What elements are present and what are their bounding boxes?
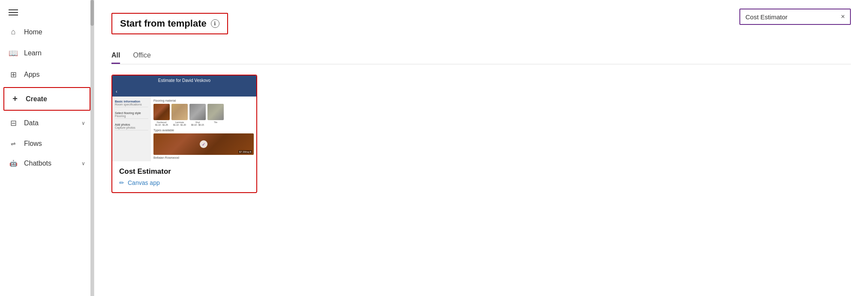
card-type-label: Canvas app bbox=[128, 179, 160, 186]
app-preview-nav: ‹ bbox=[112, 85, 256, 97]
app-preview-sidebar: Basic informationRoom specifications Sel… bbox=[112, 97, 151, 161]
flooring-row: Hardwood $1.10 - $1.25 Laminate $1.10 - … bbox=[153, 104, 254, 126]
flooring-laminate: Laminate $1.10 - $1.20 bbox=[171, 104, 188, 126]
table-icon: ⊟ bbox=[9, 118, 18, 128]
back-arrow-icon: ‹ bbox=[116, 89, 117, 94]
main-content: × Start from template ℹ All Office Estim… bbox=[94, 0, 868, 296]
app-preview-header: Estimate for David Veskovo bbox=[112, 76, 256, 85]
sidebar-item-basic: Basic informationRoom specifications bbox=[115, 99, 148, 107]
card-info: Cost Estimator ✏ Canvas app bbox=[112, 161, 256, 192]
book-icon: 📖 bbox=[9, 48, 18, 58]
tile-tile bbox=[207, 104, 224, 120]
cards-grid: Estimate for David Veskovo ‹ Basic infor… bbox=[111, 75, 851, 193]
card-title: Cost Estimator bbox=[119, 167, 249, 176]
flooring-tile: Tile bbox=[207, 104, 224, 126]
sidebar-item-learn[interactable]: 📖 Learn bbox=[0, 42, 94, 64]
sidebar-scrollbar[interactable] bbox=[90, 0, 94, 296]
types-available-label: Types available bbox=[153, 129, 254, 132]
sidebar-item-apps[interactable]: ⊞ Apps bbox=[0, 64, 94, 85]
checkmark-icon: ✓ bbox=[200, 140, 207, 148]
sidebar-item-data[interactable]: ⊟ Data ∨ bbox=[0, 112, 94, 134]
flooring-hardwood: Hardwood $1.10 - $1.25 bbox=[153, 104, 170, 126]
chevron-down-icon-chatbots: ∨ bbox=[81, 160, 85, 166]
search-clear-button[interactable]: × bbox=[841, 13, 845, 21]
app-preview-title: Estimate for David Veskovo bbox=[158, 78, 210, 83]
template-tabs: All Office bbox=[111, 51, 851, 64]
laminate-tile bbox=[171, 104, 188, 120]
sidebar-label-chatbots: Chatbots bbox=[24, 160, 51, 167]
sidebar-label-create: Create bbox=[26, 95, 47, 103]
flooring-rosewood-label: Bellaian Rosewood bbox=[153, 156, 254, 159]
template-card-cost-estimator[interactable]: Estimate for David Veskovo ‹ Basic infor… bbox=[111, 75, 257, 193]
flooring-vinyl: Vinyl $0.10 - $0.15 bbox=[189, 104, 206, 126]
sidebar-label-home: Home bbox=[24, 28, 42, 36]
sidebar-label-data: Data bbox=[24, 119, 39, 127]
sidebar-item-flooring: Select flooring styleFlooring bbox=[115, 111, 148, 119]
vinyl-tile bbox=[189, 104, 206, 120]
search-container: × bbox=[739, 9, 851, 25]
apps-icon: ⊞ bbox=[9, 70, 18, 79]
hamburger-button[interactable] bbox=[0, 0, 94, 21]
section-header: Start from template ℹ bbox=[111, 13, 228, 34]
home-icon: ⌂ bbox=[9, 27, 18, 36]
chatbots-icon: 🤖 bbox=[9, 160, 18, 167]
sidebar-label-flows: Flows bbox=[24, 140, 42, 148]
pencil-icon: ✏ bbox=[119, 179, 124, 186]
flows-icon: ⇌ bbox=[9, 140, 18, 147]
sidebar: ⌂ Home 📖 Learn ⊞ Apps + Create ⊟ Data ∨ … bbox=[0, 0, 94, 296]
tab-office[interactable]: Office bbox=[133, 51, 151, 64]
section-title: Start from template bbox=[120, 18, 207, 29]
card-type: ✏ Canvas app bbox=[119, 179, 249, 186]
sidebar-item-flows[interactable]: ⇌ Flows bbox=[0, 134, 94, 154]
search-input[interactable] bbox=[745, 13, 838, 21]
chevron-down-icon: ∨ bbox=[81, 120, 85, 126]
hardwood-tile bbox=[153, 104, 170, 120]
sidebar-item-create[interactable]: + Create bbox=[3, 87, 90, 111]
search-box: × bbox=[739, 9, 851, 25]
tab-all[interactable]: All bbox=[111, 51, 120, 64]
card-image: Estimate for David Veskovo ‹ Basic infor… bbox=[112, 76, 256, 161]
flooring-big-image: ✓ $7.39/sq ft bbox=[153, 133, 254, 155]
app-preview: Estimate for David Veskovo ‹ Basic infor… bbox=[112, 76, 256, 161]
sidebar-label-apps: Apps bbox=[24, 71, 39, 79]
scrollbar-thumb bbox=[90, 0, 94, 26]
info-icon[interactable]: ℹ bbox=[211, 19, 219, 28]
sidebar-label-learn: Learn bbox=[24, 49, 42, 57]
plus-icon: + bbox=[10, 94, 20, 104]
sidebar-item-chatbots[interactable]: 🤖 Chatbots ∨ bbox=[0, 154, 94, 173]
sidebar-item-home[interactable]: ⌂ Home bbox=[0, 21, 94, 42]
app-preview-content: Flooring material Hardwood $1.10 - $1.25… bbox=[151, 97, 256, 161]
price-badge: $7.39/sq ft bbox=[238, 150, 252, 154]
app-preview-body: Basic informationRoom specifications Sel… bbox=[112, 97, 256, 161]
sidebar-item-photos: Add photosCapture photos bbox=[115, 122, 148, 130]
flooring-material-label: Flooring material bbox=[153, 99, 254, 102]
